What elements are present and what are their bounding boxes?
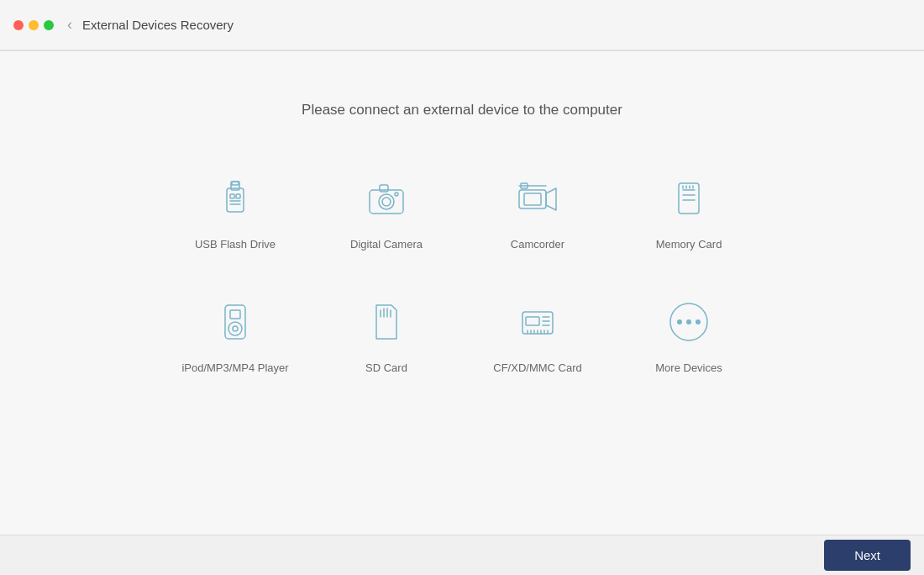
usb-flash-drive-label: USB Flash Drive xyxy=(195,238,276,251)
back-button[interactable]: ‹ xyxy=(67,16,72,34)
svg-rect-11 xyxy=(380,185,388,192)
footer: Next xyxy=(0,535,924,575)
maximize-button[interactable] xyxy=(44,20,54,30)
digital-camera-label: Digital Camera xyxy=(350,238,423,251)
svg-rect-14 xyxy=(524,193,541,205)
svg-marker-15 xyxy=(546,188,556,210)
svg-rect-0 xyxy=(227,188,244,212)
svg-point-48 xyxy=(686,319,691,324)
ipod-label: iPod/MP3/MP4 Player xyxy=(181,361,288,374)
device-item-more-devices[interactable]: More Devices xyxy=(622,284,756,382)
svg-rect-35 xyxy=(526,317,539,325)
device-item-ipod[interactable]: iPod/MP3/MP4 Player xyxy=(168,284,302,382)
more-devices-label: More Devices xyxy=(655,361,722,374)
svg-rect-18 xyxy=(679,183,699,214)
device-item-cf-card[interactable]: CF/XD/MMC Card xyxy=(470,284,605,382)
device-grid: USB Flash Drive Digital Camera xyxy=(168,161,756,382)
more-devices-icon xyxy=(659,293,718,351)
memory-card-icon xyxy=(659,169,718,228)
device-item-usb-flash-drive[interactable]: USB Flash Drive xyxy=(168,161,302,259)
svg-point-47 xyxy=(677,319,682,324)
svg-point-49 xyxy=(696,319,701,324)
minimize-button[interactable] xyxy=(29,20,39,30)
device-item-digital-camera[interactable]: Digital Camera xyxy=(319,161,454,259)
close-button[interactable] xyxy=(13,20,24,30)
svg-point-12 xyxy=(395,193,398,196)
next-button[interactable]: Next xyxy=(824,540,911,571)
sd-card-icon xyxy=(357,293,416,351)
svg-point-28 xyxy=(233,326,238,331)
cf-card-label: CF/XD/MMC Card xyxy=(493,361,581,374)
device-item-sd-card[interactable]: SD Card xyxy=(319,284,454,382)
memory-card-label: Memory Card xyxy=(656,238,722,251)
camcorder-label: Camcorder xyxy=(511,238,564,251)
ipod-icon xyxy=(206,293,265,351)
svg-rect-4 xyxy=(236,194,240,198)
instruction-text: Please connect an external device to the… xyxy=(302,102,622,119)
svg-rect-5 xyxy=(232,182,239,185)
app-title: External Devices Recovery xyxy=(82,18,234,32)
digital-camera-icon xyxy=(357,169,416,228)
window-controls xyxy=(13,20,54,30)
device-item-memory-card[interactable]: Memory Card xyxy=(622,161,756,259)
titlebar: ‹ External Devices Recovery xyxy=(0,0,924,50)
sd-card-label: SD Card xyxy=(365,361,407,374)
main-content: Please connect an external device to the… xyxy=(0,51,924,535)
svg-point-27 xyxy=(228,322,242,335)
svg-rect-29 xyxy=(230,310,240,319)
usb-flash-drive-icon xyxy=(206,169,265,228)
device-item-camcorder[interactable]: Camcorder xyxy=(470,161,605,259)
camcorder-icon xyxy=(508,169,567,228)
svg-point-10 xyxy=(382,198,391,206)
svg-rect-3 xyxy=(230,194,234,198)
svg-point-9 xyxy=(379,194,394,209)
cf-card-icon xyxy=(508,293,567,351)
